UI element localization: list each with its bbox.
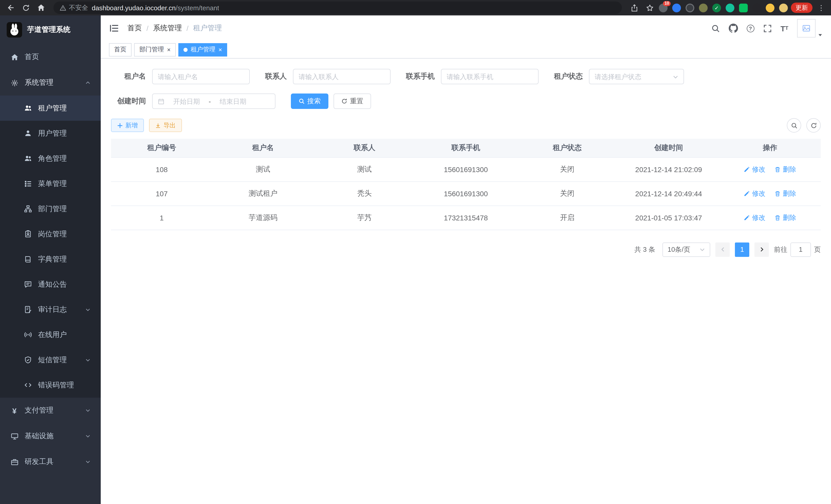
- tag-home[interactable]: 首页: [109, 43, 132, 56]
- app-shell: 芋道管理系统 首页 系统管理: [0, 16, 831, 504]
- github-icon[interactable]: [728, 24, 738, 33]
- pencil-icon: [744, 190, 750, 197]
- sidebar-item-menu[interactable]: 菜单管理: [0, 171, 101, 196]
- sidebar-item-sms[interactable]: 短信管理: [0, 347, 101, 373]
- extension-icon-8[interactable]: [752, 3, 761, 12]
- filter-label: 联系手机: [406, 72, 435, 81]
- end-date-input[interactable]: [214, 97, 252, 105]
- extension-icon-5[interactable]: ✓: [712, 3, 721, 12]
- tag-dept[interactable]: 部门管理 ×: [134, 43, 176, 56]
- export-button[interactable]: 导出: [149, 119, 182, 132]
- extension-icon-7[interactable]: [739, 3, 748, 12]
- search-icon[interactable]: [711, 24, 720, 33]
- extension-icon-2[interactable]: [672, 3, 681, 12]
- sidebar-item-home[interactable]: 首页: [0, 44, 101, 70]
- close-icon[interactable]: ×: [167, 47, 171, 53]
- profile-avatar-icon[interactable]: [779, 3, 788, 12]
- goto-page-input[interactable]: [791, 242, 811, 257]
- address-bar[interactable]: 不安全 dashboard.yudao.iocoder.cn/system/te…: [53, 2, 622, 14]
- user-avatar[interactable]: [797, 19, 823, 37]
- page-size-select[interactable]: 10条/页: [662, 242, 710, 257]
- sidebar-item-devtools[interactable]: 研发工具: [0, 449, 101, 475]
- status-select-input[interactable]: [595, 73, 670, 80]
- edit-link[interactable]: 修改: [744, 189, 766, 198]
- goto-label: 前往: [774, 245, 787, 254]
- cell-name: 芋道源码: [212, 206, 314, 230]
- extension-icon-4[interactable]: [699, 3, 708, 12]
- sidebar-item-role[interactable]: 角色管理: [0, 146, 101, 171]
- mobile-input[interactable]: [447, 73, 533, 80]
- tag-tenant[interactable]: 租户管理 ×: [178, 43, 227, 56]
- sidebar-item-label: 岗位管理: [38, 229, 67, 239]
- tenant-name-input[interactable]: [158, 73, 244, 80]
- filter-status: 租户状态: [554, 69, 684, 84]
- users-icon: [24, 154, 32, 162]
- browser-toolbar: 不安全 dashboard.yudao.iocoder.cn/system/te…: [0, 0, 831, 16]
- sidebar-item-notice[interactable]: 通知公告: [0, 272, 101, 297]
- sidebar-collapse-icon[interactable]: [109, 23, 120, 34]
- next-page-button[interactable]: [754, 242, 769, 257]
- pencil-icon: [744, 214, 750, 221]
- fullscreen-icon[interactable]: [763, 24, 772, 33]
- delete-link[interactable]: 删除: [775, 189, 796, 198]
- edit-link[interactable]: 修改: [744, 165, 766, 174]
- breadcrumb-home[interactable]: 首页: [127, 24, 142, 33]
- toggle-search-button[interactable]: [787, 118, 801, 132]
- sidebar-item-tenant[interactable]: 租户管理: [0, 95, 101, 121]
- contact-input[interactable]: [298, 73, 385, 80]
- extension-icon-3[interactable]: [686, 3, 694, 12]
- chevron-down-icon: [673, 74, 678, 79]
- sidebar-item-dict[interactable]: 字典管理: [0, 246, 101, 272]
- browser-menu-icon[interactable]: ⋮: [815, 4, 827, 12]
- delete-link[interactable]: 删除: [775, 213, 796, 222]
- refresh-table-button[interactable]: [806, 118, 821, 132]
- page-unit-label: 页: [814, 245, 821, 254]
- home-icon[interactable]: [35, 2, 47, 14]
- breadcrumb-system[interactable]: 系统管理: [153, 24, 182, 33]
- right-toolbar: [787, 118, 821, 132]
- help-icon[interactable]: ?: [746, 24, 754, 32]
- start-date-input[interactable]: [168, 97, 206, 105]
- delete-link[interactable]: 删除: [775, 165, 796, 174]
- sidebar-item-audit-log[interactable]: 审计日志: [0, 297, 101, 322]
- filter-label: 租户名: [111, 72, 146, 81]
- sidebar-item-system[interactable]: 系统管理: [0, 70, 101, 95]
- filter-row-2: 创建时间 - 搜索: [111, 93, 821, 109]
- search-button[interactable]: 搜索: [291, 93, 328, 109]
- sidebar-item-pay[interactable]: ¥ 支付管理: [0, 398, 101, 423]
- sidebar-item-dept[interactable]: 部门管理: [0, 196, 101, 221]
- prev-page-button[interactable]: [715, 242, 730, 257]
- extension-icon-1[interactable]: 10: [659, 3, 667, 12]
- date-range-picker[interactable]: -: [152, 93, 276, 109]
- chrome-update-button[interactable]: 更新: [791, 3, 812, 13]
- user-icon: [24, 129, 32, 138]
- sidebar-item-label: 首页: [25, 52, 39, 62]
- tags-view: 首页 部门管理 × 租户管理 ×: [101, 41, 831, 59]
- share-icon[interactable]: [628, 2, 640, 14]
- active-dot: [183, 48, 188, 52]
- sidebar-item-online-users[interactable]: 在线用户: [0, 322, 101, 347]
- bookmark-star-icon[interactable]: [643, 2, 656, 14]
- cell-actions: 修改 删除: [719, 206, 821, 230]
- edit-link[interactable]: 修改: [744, 213, 766, 222]
- status-select[interactable]: [589, 69, 684, 84]
- refresh-icon[interactable]: [20, 2, 32, 14]
- security-warning[interactable]: 不安全: [60, 3, 88, 12]
- font-size-icon[interactable]: TT: [780, 24, 789, 32]
- reset-button[interactable]: 重置: [334, 93, 371, 109]
- extension-icon-6[interactable]: [726, 3, 735, 12]
- page-number-button[interactable]: 1: [735, 242, 749, 257]
- yen-icon: ¥: [10, 406, 19, 415]
- sidebar-item-post[interactable]: 岗位管理: [0, 221, 101, 246]
- extension-icon-9[interactable]: [766, 3, 774, 12]
- sidebar-logo[interactable]: 芋道管理系统: [0, 16, 101, 44]
- monitor-icon: [10, 432, 19, 440]
- sidebar-item-infra[interactable]: 基础设施: [0, 423, 101, 449]
- close-icon[interactable]: ×: [219, 47, 222, 53]
- sidebar-item-user[interactable]: 用户管理: [0, 121, 101, 146]
- sidebar-item-error-code[interactable]: 错误码管理: [0, 373, 101, 398]
- back-icon[interactable]: [4, 2, 17, 14]
- tag-label: 租户管理: [191, 45, 215, 54]
- add-button[interactable]: 新增: [111, 119, 144, 132]
- update-label: 更新: [796, 3, 808, 12]
